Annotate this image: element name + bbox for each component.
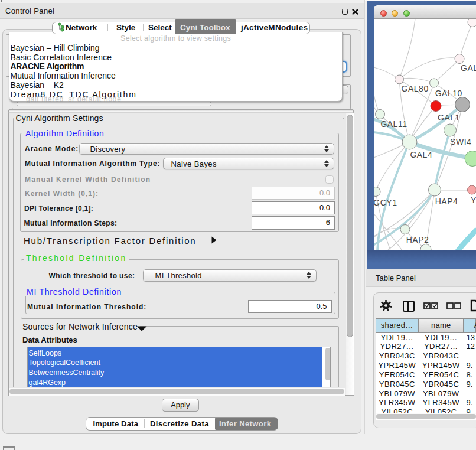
svg-text:GAL10: GAL10 [435, 88, 462, 97]
svg-text:GAL11: GAL11 [380, 119, 407, 128]
svg-text:GAL80: GAL80 [402, 83, 429, 93]
svg-text:GCY1: GCY1 [374, 198, 397, 207]
svg-text:HAP2: HAP2 [406, 235, 429, 244]
svg-text:HAP4: HAP4 [435, 197, 458, 206]
svg-text:GAL1: GAL1 [438, 112, 460, 122]
svg-text:GAL4: GAL4 [410, 150, 432, 159]
svg-text:SWI4: SWI4 [450, 136, 471, 146]
svg-text:GAL7: GAL7 [461, 63, 476, 73]
svg-text:Y: Y [471, 195, 476, 204]
